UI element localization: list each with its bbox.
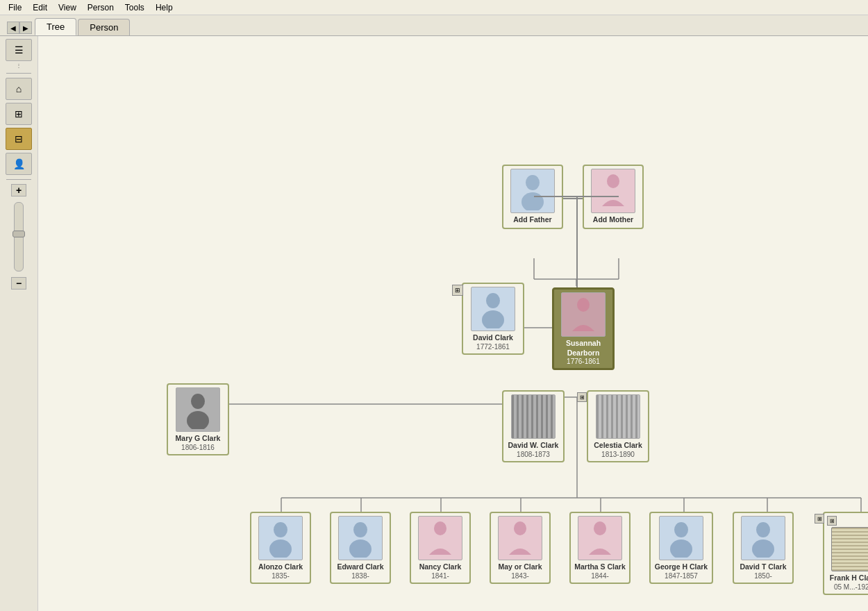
toolbar-dots: ⋮ bbox=[16, 62, 22, 69]
svg-point-31 bbox=[514, 521, 526, 535]
may-dates: 1843- bbox=[511, 572, 529, 580]
male-silhouette-icon bbox=[516, 171, 549, 210]
person-icon: 👤 bbox=[13, 158, 25, 169]
male-sil-4 bbox=[344, 519, 377, 558]
edward-clark-card[interactable]: Edward Clark 1838- bbox=[330, 512, 391, 584]
svg-point-22 bbox=[482, 310, 504, 328]
svg-point-36 bbox=[752, 539, 774, 558]
female-sil-5 bbox=[583, 519, 617, 558]
martha-name: Martha S Clark bbox=[574, 562, 626, 572]
svg-point-18 bbox=[526, 175, 540, 190]
david-w-link[interactable]: ⊞ bbox=[577, 392, 587, 402]
frank-clark-card[interactable]: ⊞ Frank H Clark 05 M...-1920 bbox=[823, 512, 868, 595]
david-clark-card[interactable]: David Clark 1772-1861 bbox=[462, 283, 524, 355]
alonzo-dates: 1835- bbox=[272, 572, 290, 580]
edward-dates: 1838- bbox=[351, 572, 369, 580]
svg-point-34 bbox=[670, 539, 692, 558]
may-or-clark-card[interactable]: May or Clark 1843- bbox=[490, 512, 551, 584]
martha-dates: 1844- bbox=[591, 572, 609, 580]
menu-tools[interactable]: Tools bbox=[119, 1, 150, 14]
george-name: George H Clark bbox=[655, 562, 708, 572]
david-w-dates: 1808-1873 bbox=[517, 451, 550, 458]
v-conn-parents bbox=[576, 196, 578, 286]
svg-point-23 bbox=[577, 298, 590, 312]
menu-help[interactable]: Help bbox=[150, 1, 178, 14]
svg-point-27 bbox=[269, 539, 292, 558]
martha-clark-card[interactable]: Martha S Clark 1844- bbox=[569, 512, 631, 584]
celestia-dates: 1813-1890 bbox=[601, 451, 635, 458]
celestia-avatar bbox=[596, 394, 640, 439]
svg-point-26 bbox=[274, 522, 287, 537]
david-t-clark-card[interactable]: David T Clark 1850- bbox=[733, 512, 794, 584]
mary-avatar bbox=[176, 387, 220, 432]
alonzo-name: Alonzo Clark bbox=[258, 562, 303, 572]
tab-bar: ◀ ▶ Tree Person bbox=[0, 15, 868, 36]
frank-link[interactable]: ⊞ bbox=[827, 516, 837, 526]
susannah-name: Susannah Dearborn bbox=[557, 339, 610, 358]
zoom-handle[interactable] bbox=[12, 231, 25, 237]
zoom-in-button[interactable]: + bbox=[11, 184, 26, 196]
male-sil-5 bbox=[665, 519, 698, 558]
menu-edit[interactable]: Edit bbox=[27, 1, 53, 14]
edward-name: Edward Clark bbox=[337, 562, 383, 572]
main-layout: ☰ ⋮ ⌂ ⊞ ⊟ 👤 + − bbox=[0, 36, 868, 611]
nancy-clark-card[interactable]: Nancy Clark 1841- bbox=[410, 512, 471, 584]
h-connector-parents bbox=[563, 198, 583, 199]
fan-view-button[interactable]: ⊟ bbox=[6, 128, 32, 150]
tab-tree[interactable]: Tree bbox=[35, 18, 76, 35]
edward-avatar bbox=[338, 516, 383, 560]
person-view-button[interactable]: 👤 bbox=[6, 153, 32, 175]
nav-back-button[interactable]: ◀ bbox=[7, 22, 19, 34]
female-sil-4 bbox=[503, 519, 537, 558]
female-sil-3 bbox=[424, 519, 457, 558]
toolbar-sep-2 bbox=[6, 179, 31, 180]
menu-file[interactable]: File bbox=[3, 1, 27, 14]
svg-point-20 bbox=[607, 174, 619, 188]
fan-icon: ⊟ bbox=[15, 133, 23, 144]
menu-person[interactable]: Person bbox=[82, 1, 119, 14]
zoom-slider[interactable] bbox=[14, 202, 24, 271]
george-avatar bbox=[659, 516, 703, 560]
nav-forward-button[interactable]: ▶ bbox=[19, 22, 32, 34]
family-view-button[interactable]: ⊞ bbox=[6, 103, 32, 125]
female-silhouette-icon-2 bbox=[567, 295, 600, 334]
david-t-avatar bbox=[741, 516, 785, 560]
svg-point-21 bbox=[486, 293, 500, 308]
david-w-avatar bbox=[511, 394, 556, 439]
tab-person[interactable]: Person bbox=[78, 19, 130, 35]
may-name: May or Clark bbox=[498, 562, 542, 572]
menu-view[interactable]: View bbox=[53, 1, 82, 14]
mary-dates: 1806-1816 bbox=[181, 444, 215, 451]
add-mother-avatar bbox=[591, 169, 635, 213]
david-clark-avatar bbox=[471, 287, 515, 331]
menu-toggle-button[interactable]: ☰ bbox=[6, 39, 32, 61]
nancy-dates: 1841- bbox=[431, 572, 449, 580]
susannah-dearborn-card[interactable]: Susannah Dearborn 1776-1861 bbox=[552, 287, 615, 370]
mary-name: Mary G Clark bbox=[176, 434, 221, 444]
menu-bar: File Edit View Person Tools Help bbox=[0, 0, 868, 15]
martha-avatar bbox=[578, 516, 622, 560]
home-view-button[interactable]: ⌂ bbox=[6, 78, 32, 100]
add-father-avatar bbox=[510, 169, 555, 213]
frank-link2[interactable]: ⊞ bbox=[815, 514, 824, 524]
david-w-clark-card[interactable]: David W. Clark 1808-1873 bbox=[502, 390, 565, 462]
alonzo-clark-card[interactable]: Alonzo Clark 1835- bbox=[250, 512, 311, 584]
celestia-clark-card[interactable]: Celestia Clark 1813-1890 bbox=[587, 390, 649, 462]
female-silhouette-icon bbox=[596, 171, 630, 210]
svg-point-32 bbox=[594, 521, 606, 535]
male-silhouette-icon-2 bbox=[476, 290, 510, 328]
david-clark-name: David Clark bbox=[473, 333, 513, 343]
svg-point-30 bbox=[434, 521, 446, 535]
george-clark-card[interactable]: George H Clark 1847-1857 bbox=[649, 512, 713, 584]
david-clark-expand[interactable]: ⊞ bbox=[452, 285, 463, 296]
svg-point-28 bbox=[353, 522, 367, 537]
frank-dates: 05 M...-1920 bbox=[834, 583, 868, 591]
left-toolbar: ☰ ⋮ ⌂ ⊞ ⊟ 👤 + − bbox=[0, 36, 38, 611]
add-father-label: Add Father bbox=[513, 215, 551, 225]
svg-point-35 bbox=[756, 522, 770, 537]
david-clark-dates: 1772-1861 bbox=[476, 343, 510, 351]
toolbar-sep-1 bbox=[6, 73, 31, 74]
mary-g-clark-card[interactable]: Mary G Clark 1806-1816 bbox=[167, 383, 229, 455]
zoom-out-button[interactable]: − bbox=[11, 277, 26, 290]
frank-name: Frank H Clark bbox=[830, 574, 868, 583]
